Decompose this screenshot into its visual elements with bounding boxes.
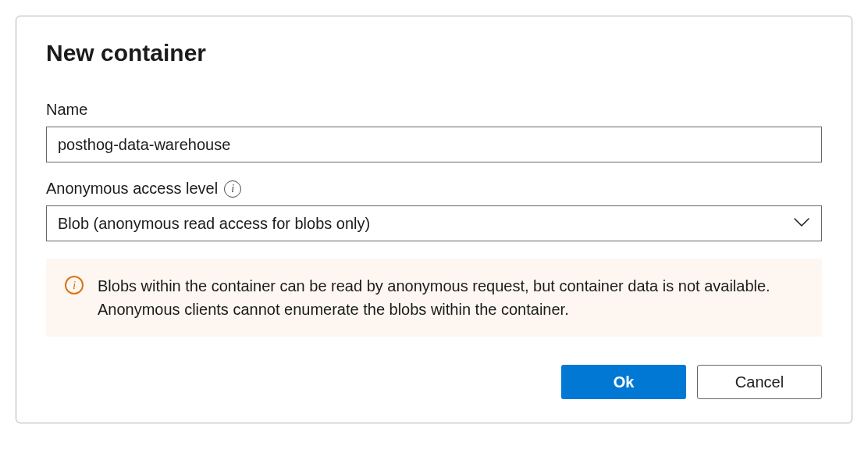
- new-container-dialog: New container Name Anonymous access leve…: [16, 16, 852, 423]
- name-field-group: Name: [46, 101, 822, 162]
- access-level-select[interactable]: Blob (anonymous read access for blobs on…: [46, 205, 822, 241]
- access-level-selected-value: Blob (anonymous read access for blobs on…: [58, 215, 370, 233]
- access-level-select-wrapper: Blob (anonymous read access for blobs on…: [46, 205, 822, 241]
- info-icon[interactable]: i: [224, 180, 241, 198]
- name-label: Name: [46, 101, 822, 119]
- access-level-label-text: Anonymous access level: [46, 180, 218, 198]
- name-input[interactable]: [46, 127, 822, 162]
- access-level-field-group: Anonymous access level i Blob (anonymous…: [46, 180, 822, 241]
- cancel-button[interactable]: Cancel: [697, 365, 822, 399]
- info-banner: i Blobs within the container can be read…: [46, 259, 822, 337]
- access-level-label: Anonymous access level i: [46, 180, 822, 198]
- banner-text: Blobs within the container can be read b…: [98, 274, 803, 321]
- warning-info-icon: i: [65, 276, 84, 294]
- ok-button[interactable]: Ok: [561, 365, 686, 399]
- dialog-title: New container: [46, 40, 822, 66]
- button-row: Ok Cancel: [46, 365, 822, 399]
